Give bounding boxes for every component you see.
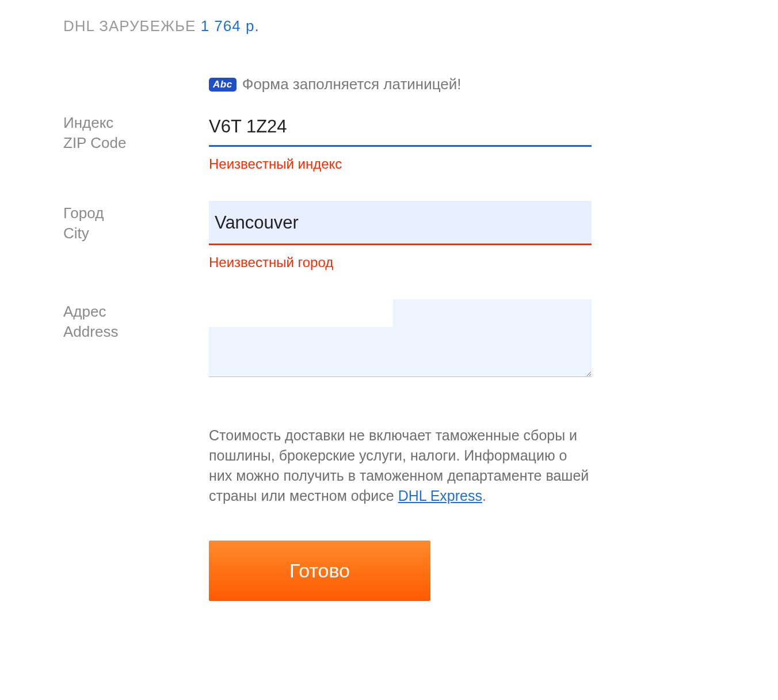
latin-notice-text: Форма заполняется латиницей!: [242, 75, 462, 93]
zip-input[interactable]: [209, 111, 592, 147]
address-textarea[interactable]: [209, 299, 592, 377]
customs-disclaimer: Стоимость доставки не включает таможенны…: [209, 425, 592, 506]
zip-error: Неизвестный индекс: [209, 156, 592, 172]
dhl-express-link[interactable]: DHL Express: [398, 488, 482, 504]
disclaimer-text-after: .: [482, 488, 486, 504]
shipping-option-title: DHL ЗАРУБЕЖЬЕ: [63, 17, 196, 35]
zip-label-ru: Индекс: [63, 113, 209, 133]
city-label-ru: Город: [63, 203, 209, 223]
abc-icon: Abc: [209, 78, 237, 92]
latin-notice: Abc Форма заполняется латиницей!: [209, 75, 462, 93]
city-input[interactable]: [209, 201, 592, 245]
submit-button[interactable]: Готово: [209, 541, 430, 601]
address-label-en: Address: [63, 322, 209, 342]
shipping-option-header: DHL ЗАРУБЕЖЬЕ 1 764 р.: [63, 17, 715, 35]
address-label-ru: Адрес: [63, 302, 209, 322]
city-label-en: City: [63, 223, 209, 244]
zip-label-en: ZIP Code: [63, 133, 209, 153]
city-error: Неизвестный город: [209, 254, 592, 271]
shipping-option-price: 1 764 р.: [201, 17, 260, 35]
